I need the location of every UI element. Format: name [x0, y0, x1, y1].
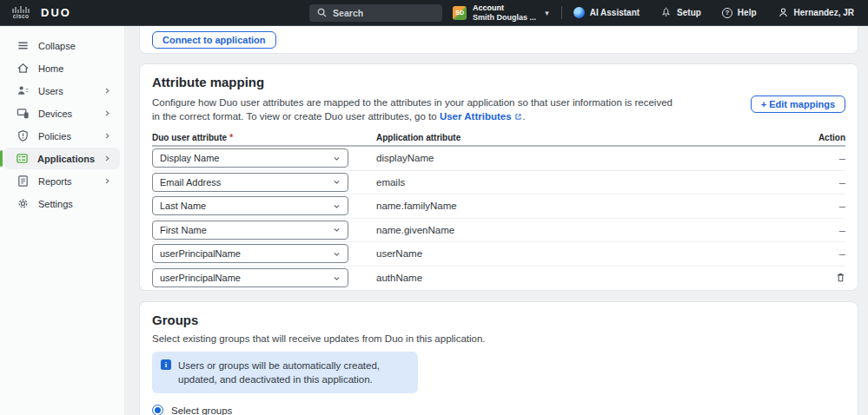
chevron-down-icon: [333, 178, 341, 186]
duo-logo: DUO: [41, 6, 71, 19]
column-duo-attribute: Duo user attribute: [152, 133, 227, 142]
external-link-icon: [514, 110, 522, 124]
sidebar-item-label: Collapse: [38, 41, 76, 51]
table-row: Display Name displayName –: [152, 147, 845, 171]
sidebar-item-applications[interactable]: Applications: [4, 148, 120, 169]
gear-icon: [16, 197, 30, 211]
select-value: Email Address: [160, 177, 221, 188]
info-alert: i Users or groups will be automatically …: [152, 352, 418, 393]
column-action: Action: [807, 133, 845, 142]
ai-assistant-icon: [573, 7, 585, 18]
sidebar-item-label: Applications: [37, 154, 95, 164]
account-name: Smith Douglas ...: [473, 13, 536, 22]
chevron-right-icon: [103, 109, 111, 117]
table-row: userPrincipalName authName: [152, 267, 845, 291]
remove-mapping-icon: –: [839, 200, 845, 213]
user-name-label: Hernandez, JR: [794, 8, 854, 17]
sidebar-item-policies[interactable]: Policies: [4, 125, 120, 147]
edit-mappings-button[interactable]: + Edit mappings: [751, 96, 845, 113]
application-attribute-value: name.givenName: [376, 225, 807, 235]
chevron-right-icon: [103, 155, 111, 162]
header-divider: [561, 6, 562, 19]
cisco-logo: cisco: [11, 6, 30, 20]
application-attribute-value: name.familyName: [376, 201, 807, 211]
column-application-attribute: Application attribute: [376, 133, 807, 142]
groups-description: Select existing groups that will receive…: [152, 333, 845, 344]
person-icon: [778, 7, 789, 18]
applications-icon: [16, 152, 29, 166]
header-nav: AI Assistant Setup ? Help Hernandez, JR: [573, 7, 854, 18]
application-attribute-value: displayName: [376, 153, 807, 163]
sidebar-item-label: Reports: [38, 176, 72, 187]
sidebar-item-label: Home: [38, 63, 63, 74]
chevron-down-icon: [333, 226, 341, 234]
groups-title: Groups: [152, 313, 845, 327]
select-value: Last Name: [160, 201, 206, 211]
sidebar-item-label: Settings: [38, 199, 73, 209]
mapping-table-header: Duo user attribute* Application attribut…: [152, 133, 845, 147]
chevron-down-icon: [333, 274, 341, 282]
table-row: Email Address emails –: [152, 171, 845, 195]
main-content: Connect to application Attribute mapping…: [125, 26, 868, 415]
ai-assistant-button[interactable]: AI Assistant: [573, 7, 639, 18]
description-suffix: .: [523, 111, 526, 122]
chevron-right-icon: [103, 87, 111, 95]
mapping-table: Duo user attribute* Application attribut…: [152, 133, 845, 290]
sidebar-item-devices[interactable]: Devices: [4, 102, 120, 124]
search-icon: [317, 8, 327, 17]
sidebar-item-reports[interactable]: Reports: [4, 170, 120, 192]
select-value: First Name: [160, 225, 207, 235]
sidebar-item-users[interactable]: Users: [4, 80, 120, 102]
select-groups-radio[interactable]: Select groups: [152, 405, 845, 415]
table-row: First Name name.givenName –: [152, 219, 845, 243]
sidebar-item-settings[interactable]: Settings: [4, 193, 120, 214]
account-label: Account: [473, 3, 536, 12]
devices-icon: [16, 107, 30, 121]
rocket-icon: [660, 7, 672, 18]
report-icon: [16, 175, 30, 188]
radio-button-icon: [152, 405, 163, 415]
help-button[interactable]: ? Help: [722, 8, 757, 18]
user-icon: [16, 84, 30, 98]
sidebar-item-collapse[interactable]: Collapse: [4, 35, 120, 56]
radio-label: Select groups: [171, 405, 232, 415]
chevron-right-icon: [103, 132, 111, 140]
account-switcher[interactable]: SD Account Smith Douglas ... ▾: [453, 3, 549, 22]
sidebar-item-label: Policies: [38, 131, 71, 142]
delete-mapping-icon[interactable]: [836, 272, 845, 282]
duo-attribute-select[interactable]: Display Name: [152, 148, 348, 168]
chevron-right-icon: [103, 177, 111, 185]
cisco-wordmark: cisco: [13, 14, 30, 20]
duo-attribute-select[interactable]: Email Address: [152, 173, 348, 192]
search-placeholder: Search: [333, 8, 363, 18]
duo-attribute-select[interactable]: First Name: [152, 221, 348, 240]
account-avatar: SD: [453, 6, 467, 20]
duo-attribute-select[interactable]: Last Name: [152, 196, 348, 215]
sidebar: Collapse Home Users Devices Policies: [0, 26, 125, 415]
sidebar-item-home[interactable]: Home: [4, 57, 120, 79]
home-icon: [16, 62, 30, 76]
shield-icon: [16, 129, 30, 143]
groups-card: Groups Select existing groups that will …: [139, 301, 858, 415]
connect-card: Connect to application: [139, 26, 858, 54]
attribute-mapping-title: Attribute mapping: [152, 75, 845, 89]
help-label: Help: [738, 8, 757, 17]
duo-attribute-select[interactable]: userPrincipalName: [152, 268, 348, 287]
remove-mapping-icon: –: [839, 152, 845, 165]
connect-to-application-button[interactable]: Connect to application: [152, 31, 276, 49]
setup-button[interactable]: Setup: [660, 7, 701, 18]
chevron-down-icon: [333, 250, 341, 258]
info-alert-text: Users or groups will be automatically cr…: [178, 359, 409, 386]
application-attribute-value: authName: [376, 273, 807, 283]
select-value: userPrincipalName: [160, 248, 241, 259]
chevron-down-icon: [333, 155, 341, 162]
sidebar-item-label: Devices: [38, 109, 72, 119]
required-marker: *: [229, 133, 233, 142]
attribute-mapping-description: Configure how Duo user attributes are ma…: [152, 96, 673, 124]
search-input[interactable]: Search: [309, 4, 442, 22]
info-icon: i: [161, 359, 171, 370]
sidebar-item-label: Users: [38, 86, 63, 96]
user-attributes-link[interactable]: User Attributes: [440, 111, 512, 122]
user-menu[interactable]: Hernandez, JR: [778, 7, 854, 18]
duo-attribute-select[interactable]: userPrincipalName: [152, 244, 348, 263]
